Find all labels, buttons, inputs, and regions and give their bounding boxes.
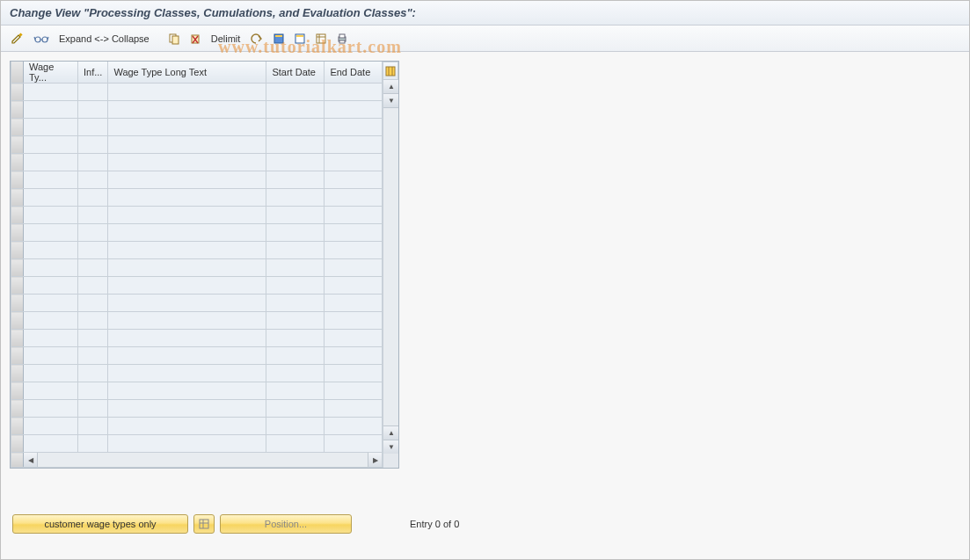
scroll-left-icon[interactable]: ◀: [24, 453, 38, 467]
scroll-down-icon[interactable]: ▼: [383, 440, 398, 454]
cell[interactable]: [325, 171, 383, 189]
cell[interactable]: [24, 330, 78, 347]
row-selector[interactable]: [11, 400, 24, 418]
cell[interactable]: [24, 136, 78, 154]
cell[interactable]: [325, 119, 383, 136]
cell[interactable]: [108, 224, 266, 242]
row-selector[interactable]: [11, 435, 24, 453]
cell[interactable]: [78, 242, 108, 259]
row-selector[interactable]: [11, 418, 24, 435]
undo-icon[interactable]: [247, 30, 266, 47]
row-selector[interactable]: [11, 224, 24, 242]
scroll-up-icon[interactable]: ▲: [383, 80, 398, 94]
cell[interactable]: [24, 418, 78, 435]
cell[interactable]: [266, 154, 325, 171]
cell[interactable]: [24, 101, 78, 119]
position-button[interactable]: Position...: [220, 514, 352, 534]
cell[interactable]: [325, 207, 383, 224]
table-row[interactable]: [11, 418, 383, 435]
cell[interactable]: [266, 435, 325, 453]
table-row[interactable]: [11, 171, 383, 189]
cell[interactable]: [108, 382, 266, 400]
row-selector[interactable]: [11, 242, 24, 259]
row-selector[interactable]: [11, 171, 24, 189]
cell[interactable]: [266, 119, 325, 136]
cell[interactable]: [24, 224, 78, 242]
print-icon[interactable]: [333, 30, 351, 47]
cell[interactable]: [325, 154, 383, 171]
cell[interactable]: [24, 189, 78, 207]
table-row[interactable]: [11, 224, 383, 242]
select-all-header[interactable]: [11, 62, 24, 84]
table-row[interactable]: [11, 119, 383, 136]
hscroll[interactable]: ◀ ▶: [24, 453, 382, 467]
table-row[interactable]: [11, 84, 383, 101]
row-selector[interactable]: [11, 119, 24, 136]
cell[interactable]: [78, 207, 108, 224]
cell[interactable]: [266, 259, 325, 277]
select-all-icon[interactable]: [270, 30, 288, 47]
vscroll[interactable]: ▲ ▼ ▲ ▼: [383, 80, 398, 454]
cell[interactable]: [266, 365, 325, 382]
cell[interactable]: [325, 295, 383, 312]
table-row[interactable]: [11, 295, 383, 312]
cell[interactable]: [266, 84, 325, 101]
table-row[interactable]: [11, 330, 383, 347]
position-icon-button[interactable]: [193, 514, 215, 534]
cell[interactable]: [78, 347, 108, 365]
cell[interactable]: [78, 136, 108, 154]
hscroll-track[interactable]: [38, 453, 368, 467]
cell[interactable]: [266, 277, 325, 295]
row-selector[interactable]: [11, 84, 24, 101]
cell[interactable]: [266, 136, 325, 154]
deselect-all-icon[interactable]: [291, 30, 309, 47]
table-row[interactable]: [11, 136, 383, 154]
cell[interactable]: [78, 418, 108, 435]
table-row[interactable]: [11, 347, 383, 365]
cell[interactable]: [108, 295, 266, 312]
cell[interactable]: [108, 365, 266, 382]
cell[interactable]: [266, 207, 325, 224]
cell[interactable]: [108, 119, 266, 136]
cell[interactable]: [325, 101, 383, 119]
scroll-right-icon[interactable]: ▶: [368, 453, 382, 467]
row-selector[interactable]: [11, 207, 24, 224]
cell[interactable]: [24, 119, 78, 136]
table-row[interactable]: [11, 101, 383, 119]
row-selector[interactable]: [11, 330, 24, 347]
cell[interactable]: [24, 277, 78, 295]
row-selector[interactable]: [11, 312, 24, 330]
row-selector[interactable]: [11, 101, 24, 119]
table-settings-icon[interactable]: [312, 30, 330, 47]
cell[interactable]: [108, 400, 266, 418]
cell[interactable]: [24, 242, 78, 259]
configure-columns-icon[interactable]: [383, 62, 398, 80]
table-row[interactable]: [11, 277, 383, 295]
cell[interactable]: [266, 171, 325, 189]
table-row[interactable]: [11, 365, 383, 382]
cell[interactable]: [24, 84, 78, 101]
cell[interactable]: [325, 136, 383, 154]
customer-wage-types-button[interactable]: customer wage types only: [12, 514, 188, 534]
cell[interactable]: [325, 259, 383, 277]
cell[interactable]: [266, 382, 325, 400]
cell[interactable]: [78, 365, 108, 382]
table-row[interactable]: [11, 242, 383, 259]
cell[interactable]: [78, 295, 108, 312]
cell[interactable]: [108, 312, 266, 330]
cell[interactable]: [108, 277, 266, 295]
cell[interactable]: [24, 382, 78, 400]
cell[interactable]: [78, 382, 108, 400]
cell[interactable]: [78, 435, 108, 453]
cell[interactable]: [108, 171, 266, 189]
cell[interactable]: [266, 347, 325, 365]
row-selector[interactable]: [11, 277, 24, 295]
cell[interactable]: [24, 295, 78, 312]
cell[interactable]: [24, 347, 78, 365]
cell[interactable]: [325, 84, 383, 101]
row-selector[interactable]: [11, 382, 24, 400]
cell[interactable]: [266, 224, 325, 242]
cell[interactable]: [78, 84, 108, 101]
cell[interactable]: [266, 295, 325, 312]
cell[interactable]: [266, 101, 325, 119]
